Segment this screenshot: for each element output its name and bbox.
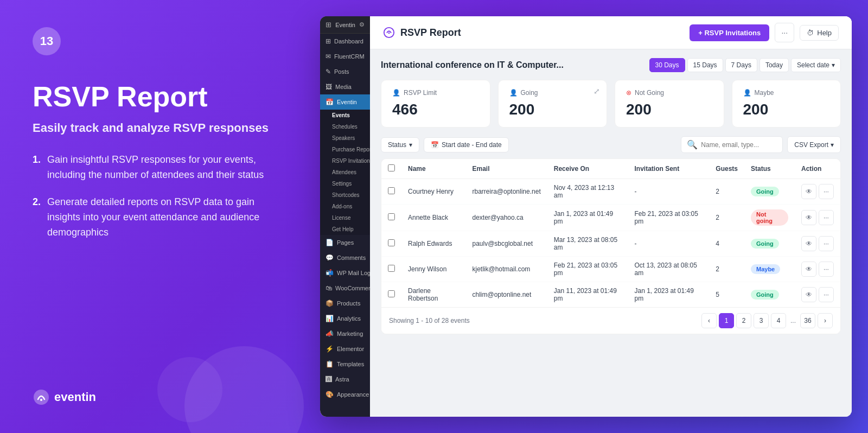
stat-label: ⊗ Not Going bbox=[626, 89, 713, 97]
sidebar-item-products[interactable]: 📦 Products bbox=[320, 296, 370, 311]
sidebar-item-comments[interactable]: 💬 Comments bbox=[320, 250, 370, 265]
pagination-page-36[interactable]: 36 bbox=[800, 313, 815, 328]
elementor-icon: ⚡ bbox=[326, 345, 334, 353]
more-action-button[interactable]: ··· bbox=[819, 184, 834, 199]
sidebar-item-marketing[interactable]: 📣 Marketing bbox=[320, 326, 370, 341]
view-button[interactable]: 👁 bbox=[801, 184, 816, 199]
cell-checkbox bbox=[381, 205, 401, 231]
pagination-page-4[interactable]: 4 bbox=[771, 313, 786, 328]
cell-checkbox bbox=[381, 231, 401, 257]
submenu-item-label: Purchase Report bbox=[332, 147, 370, 152]
status-filter-button[interactable]: Status ▾ bbox=[381, 137, 419, 152]
pagination-page-1[interactable]: 1 bbox=[719, 313, 734, 328]
select-all-checkbox[interactable] bbox=[388, 164, 395, 171]
sidebar-item-label: Products bbox=[337, 300, 360, 307]
sidebar-item-elementor[interactable]: ⚡ Elementor bbox=[320, 341, 370, 356]
row-checkbox[interactable] bbox=[388, 239, 395, 246]
badge-number: 13 bbox=[33, 27, 61, 55]
more-action-button[interactable]: ··· bbox=[819, 287, 834, 302]
submenu-item-label: Events bbox=[332, 112, 350, 118]
row-checkbox[interactable] bbox=[388, 290, 395, 297]
submenu-item-speakers[interactable]: Speakers bbox=[320, 132, 370, 144]
comments-icon: 💬 bbox=[326, 254, 334, 262]
csv-export-label: CSV Export bbox=[794, 141, 828, 149]
sidebar-item-eventin[interactable]: 📅 Eventin bbox=[320, 94, 370, 110]
row-checkbox[interactable] bbox=[388, 265, 395, 272]
col-invitation-sent: Invitation Sent bbox=[628, 159, 709, 179]
cell-receive-on: Feb 21, 2023 at 03:05 pm bbox=[547, 257, 628, 282]
submenu-item-label: Attendees bbox=[332, 169, 356, 175]
view-button[interactable]: 👁 bbox=[801, 287, 816, 302]
csv-export-button[interactable]: CSV Export ▾ bbox=[787, 136, 841, 153]
cell-receive-on: Jan 11, 2023 at 01:49 pm bbox=[547, 282, 628, 308]
search-input-wrap[interactable]: 🔍 bbox=[681, 136, 783, 153]
date-filter-30days[interactable]: 30 Days bbox=[649, 58, 685, 72]
cell-receive-on: Nov 4, 2023 at 12:13 am bbox=[547, 179, 628, 205]
row-checkbox[interactable] bbox=[388, 213, 395, 220]
action-icons: 👁 ··· bbox=[801, 236, 834, 251]
more-options-button[interactable]: ··· bbox=[775, 23, 794, 42]
pagination-page-3[interactable]: 3 bbox=[754, 313, 769, 328]
stat-label-text: RSVP Limit bbox=[404, 89, 437, 97]
sidebar-item-templates[interactable]: 📋 Templates bbox=[320, 356, 370, 372]
help-button[interactable]: ⏱ Help bbox=[800, 25, 839, 41]
view-button[interactable]: 👁 bbox=[801, 236, 816, 251]
more-action-button[interactable]: ··· bbox=[819, 210, 834, 225]
row-checkbox[interactable] bbox=[388, 187, 395, 194]
stat-card-going: 👤 Going 200 ⤢ bbox=[498, 80, 608, 128]
action-icons: 👁 ··· bbox=[801, 184, 834, 199]
posts-icon: ✎ bbox=[326, 68, 331, 75]
submenu-item-label: Shortcodes bbox=[332, 192, 360, 198]
pagination-page-2[interactable]: 2 bbox=[736, 313, 751, 328]
cell-name: Darlene Robertson bbox=[401, 282, 465, 308]
sidebar-item-analytics[interactable]: 📊 Analytics bbox=[320, 311, 370, 326]
cell-guests: 5 bbox=[709, 282, 744, 308]
sidebar-item-media[interactable]: 🖼 Media bbox=[320, 79, 370, 94]
submenu-item-schedules[interactable]: Schedules bbox=[320, 121, 370, 132]
submenu-item-gethelp[interactable]: Get Help bbox=[320, 224, 370, 235]
sidebar-item-dashboard[interactable]: ⊞ Dashboard bbox=[320, 34, 370, 49]
pagination-prev-button[interactable]: ‹ bbox=[701, 313, 717, 328]
search-input[interactable] bbox=[701, 141, 777, 149]
wp-icon: ⊞ bbox=[326, 21, 331, 29]
cell-receive-on: Mar 13, 2023 at 08:05 am bbox=[547, 231, 628, 257]
sidebar-item-astra[interactable]: 🅰 Astra bbox=[320, 372, 370, 387]
date-select-dropdown[interactable]: Select date ▾ bbox=[791, 58, 841, 72]
view-button[interactable]: 👁 bbox=[801, 210, 816, 225]
submenu-item-addons[interactable]: Add-ons bbox=[320, 201, 370, 212]
date-filter-today[interactable]: Today bbox=[760, 58, 789, 72]
sidebar-item-pages[interactable]: 📄 Pages bbox=[320, 235, 370, 250]
date-filter-15days[interactable]: 15 Days bbox=[687, 58, 723, 72]
stat-label: 👤 Maybe bbox=[743, 89, 830, 97]
analytics-icon: 📊 bbox=[326, 315, 334, 322]
going-icon: 👤 bbox=[509, 89, 518, 97]
expand-icon[interactable]: ⤢ bbox=[593, 87, 600, 95]
sidebar-item-woocommerce[interactable]: 🛍 WooCommerce bbox=[320, 281, 370, 296]
submenu-item-purchase-report[interactable]: Purchase Report bbox=[320, 144, 370, 155]
submenu-item-license[interactable]: License bbox=[320, 212, 370, 224]
cell-guests: 2 bbox=[709, 257, 744, 282]
rsvp-invitations-button[interactable]: + RSVP Invitations bbox=[690, 24, 769, 41]
date-range-button[interactable]: 📅 Start date - End date bbox=[424, 137, 509, 152]
calendar-icon: 📅 bbox=[431, 141, 439, 149]
cell-checkbox bbox=[381, 257, 401, 282]
date-select-label: Select date bbox=[797, 61, 829, 69]
submenu-item-rsvp-invitations[interactable]: RSVP Invitations bbox=[320, 155, 370, 167]
sidebar-item-posts[interactable]: ✎ Posts bbox=[320, 64, 370, 79]
submenu-item-shortcodes[interactable]: Shortcodes bbox=[320, 189, 370, 201]
submenu-item-settings[interactable]: Settings bbox=[320, 178, 370, 189]
sidebar-item-wpmaillog[interactable]: 📬 WP Mail Log bbox=[320, 265, 370, 281]
stat-label: 👤 RSVP Limit bbox=[392, 89, 479, 97]
date-filter-7days[interactable]: 7 Days bbox=[725, 58, 757, 72]
view-button[interactable]: 👁 bbox=[801, 262, 816, 277]
pagination-next-button[interactable]: › bbox=[818, 313, 833, 328]
submenu-item-attendees[interactable]: Attendees bbox=[320, 167, 370, 178]
status-badge: Not going bbox=[751, 209, 788, 226]
submenu-item-events[interactable]: Events bbox=[320, 110, 370, 121]
sidebar-item-fluentcrm[interactable]: ✉ FluentCRM bbox=[320, 49, 370, 64]
cell-checkbox bbox=[381, 179, 401, 205]
sidebar-item-appearance[interactable]: 🎨 Appearance bbox=[320, 387, 370, 402]
more-action-button[interactable]: ··· bbox=[819, 262, 834, 277]
more-action-button[interactable]: ··· bbox=[819, 236, 834, 251]
col-receive-on: Receive On bbox=[547, 159, 628, 179]
